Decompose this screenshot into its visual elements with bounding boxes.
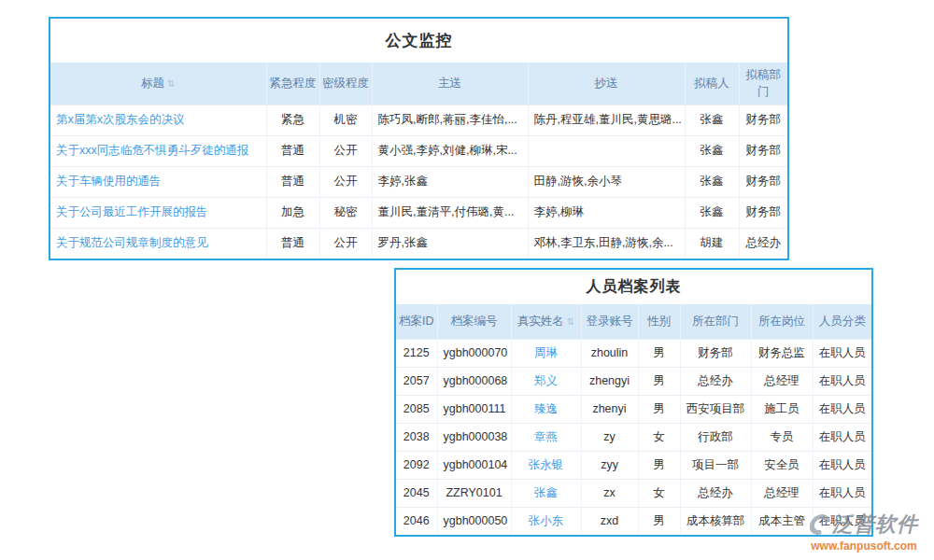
cell: 财务总监 — [751, 339, 813, 367]
person-name-link[interactable]: 章燕 — [534, 430, 558, 443]
person-name-link[interactable]: 张永银 — [529, 458, 564, 471]
cell: 公开 — [319, 135, 372, 166]
cell: 胡建 — [685, 228, 739, 259]
cell: 紧急 — [266, 105, 319, 135]
cell: 项目一部 — [680, 451, 751, 479]
cell: 总经办 — [680, 367, 751, 395]
cell: 普通 — [266, 135, 319, 166]
document-title-link[interactable]: 关于车辆使用的通告 — [56, 175, 162, 188]
document-row: 关于xxx同志临危不惧勇斗歹徒的通报普通公开黄小强,李婷,刘健,柳琳,宋...张… — [50, 135, 787, 166]
cell: ygbh000038 — [437, 423, 511, 451]
cell: 陈丹,程亚雄,董川民,黄思璐... — [528, 105, 685, 135]
fanpu-logo-icon — [805, 511, 834, 538]
cell: 2045 — [396, 479, 437, 507]
cell: 2038 — [396, 423, 437, 451]
cell: 行政部 — [680, 423, 751, 451]
column-header: 拟稿部门 — [739, 63, 787, 105]
cell: 总经理 — [751, 479, 813, 507]
cell: 公开 — [319, 228, 372, 259]
cell: 陈巧凤,断郎,蒋丽,李佳怡,... — [372, 105, 528, 135]
column-header-label: 密级程度 — [322, 77, 369, 90]
vendor-watermark: 泛普软件 www.fanpusoft.com — [794, 511, 934, 553]
cell: 专员 — [751, 423, 813, 451]
cell: 财务部 — [739, 135, 787, 166]
cell: 公开 — [319, 166, 372, 197]
column-header: 性别 — [638, 304, 680, 339]
cell: 财务部 — [739, 166, 787, 197]
cell: zhenyi — [581, 395, 638, 423]
cell: 财务部 — [739, 197, 787, 228]
person-row: 2038ygbh000038章燕zy女行政部专员在职人员 — [396, 423, 871, 451]
cell: 成本核算部 — [680, 507, 751, 535]
cell: 田静,游恢,余小琴 — [528, 166, 685, 197]
cell: 邓林,李卫东,田静,游恢,余... — [528, 228, 685, 259]
personnel-archive-title: 人员档案列表 — [396, 270, 871, 304]
column-header: 密级程度 — [319, 63, 372, 105]
cell: 财务部 — [739, 105, 787, 135]
cell: 张小东 — [511, 507, 581, 535]
cell: 秘密 — [319, 197, 372, 228]
cell: zhengyi — [581, 367, 638, 395]
column-header-label: 性别 — [647, 315, 671, 328]
document-title-link[interactable]: 关于规范公司规章制度的意见 — [56, 236, 208, 249]
cell: zx — [581, 479, 638, 507]
cell: 女 — [638, 479, 680, 507]
person-name-link[interactable]: 臻逸 — [534, 402, 558, 415]
column-header-label: 拟稿部门 — [746, 68, 782, 99]
person-row: 2057ygbh000068郑义zhengyi男总经办总经理在职人员 — [396, 367, 871, 395]
column-header: 拟稿人 — [685, 63, 739, 105]
column-header-label: 所在部门 — [692, 315, 739, 328]
cell: 黄小强,李婷,刘健,柳琳,宋... — [372, 135, 528, 166]
column-header-label: 标题 — [141, 77, 164, 90]
document-row: 第x届第x次股东会的决议紧急机密陈巧凤,断郎,蒋丽,李佳怡,...陈丹,程亚雄,… — [50, 105, 787, 135]
cell: zxd — [581, 507, 638, 535]
person-name-link[interactable]: 张鑫 — [534, 486, 558, 499]
cell: 张鑫 — [685, 105, 739, 135]
personnel-archive-table: 人员档案列表 档案ID档案编号真实姓名⇅登录账号性别所在部门所在岗位人员分类 2… — [394, 268, 873, 537]
person-name-link[interactable]: 郑义 — [534, 374, 558, 387]
cell: 章燕 — [511, 423, 581, 451]
cell: 总经办 — [680, 479, 751, 507]
cell: 臻逸 — [511, 395, 581, 423]
document-monitor-title: 公文监控 — [50, 19, 787, 63]
column-header: 登录账号 — [581, 304, 638, 339]
cell: 男 — [638, 507, 680, 535]
cell: 男 — [638, 339, 680, 367]
cell: 在职人员 — [813, 367, 871, 395]
column-header[interactable]: 真实姓名⇅ — [511, 304, 581, 339]
column-header-label: 档案ID — [399, 315, 434, 328]
column-header-label: 人员分类 — [819, 315, 866, 328]
person-row: 2092ygbh000104张永银zyy男项目一部安全员在职人员 — [396, 451, 871, 479]
column-header: 档案ID — [396, 304, 437, 339]
cell: ZZRY0101 — [437, 479, 511, 507]
personnel-archive-grid: 档案ID档案编号真实姓名⇅登录账号性别所在部门所在岗位人员分类 2125ygbh… — [396, 304, 871, 535]
sort-icon[interactable]: ⇅ — [567, 315, 574, 329]
document-title-link[interactable]: 关于公司最近工作开展的报告 — [56, 205, 208, 218]
document-monitor-table: 公文监控 标题⇅紧急程度密级程度主送抄送拟稿人拟稿部门 第x届第x次股东会的决议… — [49, 17, 789, 260]
cell: 周琳 — [511, 339, 581, 367]
document-row: 关于车辆使用的通告普通公开李婷,张鑫田静,游恢,余小琴张鑫财务部 — [50, 166, 787, 197]
person-name-link[interactable]: 张小东 — [529, 514, 564, 527]
column-header: 主送 — [372, 63, 528, 105]
person-name-link[interactable]: 周琳 — [534, 346, 558, 359]
cell: 2057 — [396, 367, 437, 395]
column-header-label: 主送 — [438, 77, 461, 90]
cell: 男 — [638, 451, 680, 479]
vendor-brand-text: 泛普软件 — [832, 511, 918, 539]
cell: 关于规范公司规章制度的意见 — [50, 228, 266, 259]
cell: 施工员 — [751, 395, 813, 423]
column-header: 紧急程度 — [266, 63, 319, 105]
column-header[interactable]: 标题⇅ — [50, 63, 266, 105]
person-row: 2045ZZRY0101张鑫zx女总经办总经理在职人员 — [396, 479, 871, 507]
cell: 李婷,柳琳 — [528, 197, 685, 228]
document-title-link[interactable]: 关于xxx同志临危不惧勇斗歹徒的通报 — [56, 144, 248, 157]
column-header: 抄送 — [528, 63, 685, 105]
cell: 关于xxx同志临危不惧勇斗歹徒的通报 — [50, 135, 266, 166]
sort-icon[interactable]: ⇅ — [167, 77, 175, 91]
cell: 第x届第x次股东会的决议 — [50, 105, 266, 135]
cell: 2085 — [396, 395, 437, 423]
header-row: 标题⇅紧急程度密级程度主送抄送拟稿人拟稿部门 — [50, 63, 787, 105]
cell: 总经理 — [751, 367, 813, 395]
document-title-link[interactable]: 第x届第x次股东会的决议 — [56, 113, 185, 126]
cell: 张鑫 — [685, 166, 739, 197]
